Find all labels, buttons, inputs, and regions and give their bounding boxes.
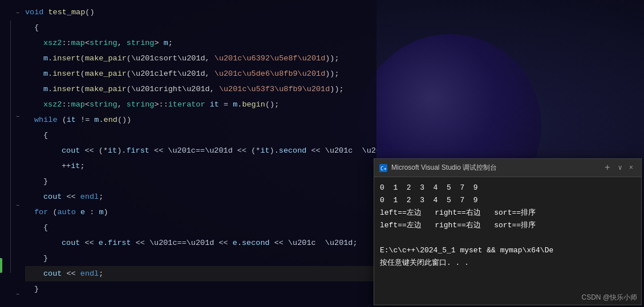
gutter-line-10	[0, 139, 23, 154]
terminal-output-line-3: left==左边 right==右边 sort==排序	[380, 207, 635, 219]
svg-text:C+: C+	[380, 166, 387, 171]
gutter-line-3	[0, 35, 23, 50]
code-line-2: {	[25, 20, 376, 35]
code-gutter: − − −	[0, 5, 23, 302]
code-line-12: }	[25, 174, 376, 189]
code-line-10: cout << (*it).first << \u201c==\u201d <<…	[25, 143, 376, 158]
terminal-output-line-6: E:\c\c++\2024_5_1 myset && mymap\x64\De	[380, 244, 635, 257]
gutter-line-5	[0, 65, 23, 80]
terminal-output-line-4: left==左边 right==右边 sort==排序	[380, 219, 635, 232]
code-line-3: xsz2::map<string, string> m;	[25, 35, 376, 51]
gutter-line-19	[0, 273, 23, 288]
terminal-app-icon: C+	[379, 163, 388, 173]
gutter-line-11	[0, 154, 23, 169]
terminal-output-line-5	[380, 232, 635, 244]
code-line-14: for (auto e : m)	[25, 204, 376, 220]
terminal-menu-button[interactable]: ∨	[615, 162, 626, 173]
func-test-map: test_map	[48, 5, 86, 20]
gutter-line-7	[0, 95, 23, 109]
gutter-line-1: −	[0, 6, 23, 21]
keyword-void: void	[25, 5, 43, 20]
terminal-new-tab-button[interactable]: +	[600, 162, 615, 174]
collapse-btn-1[interactable]: −	[15, 10, 21, 16]
code-line-13: cout << endl;	[25, 189, 376, 204]
code-line-16: cout << e.first << \u201c==\u201d << e.s…	[25, 235, 376, 251]
gutter-line-12	[0, 169, 23, 184]
terminal-output-line-7: 按任意键关闭此窗口. . .	[380, 257, 635, 269]
collapse-btn-14[interactable]: −	[15, 203, 21, 209]
gutter-line-2	[0, 21, 23, 35]
gutter-line-14: −	[0, 199, 23, 214]
collapse-btn-20[interactable]: −	[15, 292, 21, 298]
terminal-close-button[interactable]: ×	[626, 163, 637, 173]
code-line-7: xsz2::map<string, string>::iterator it =…	[25, 97, 376, 112]
code-line-19: }	[25, 281, 376, 297]
gutter-line-13	[0, 184, 23, 199]
gutter-line-9	[0, 124, 23, 139]
code-content: void test_map() { xsz2::map<string, stri…	[23, 5, 376, 302]
code-line-18: cout << endl;	[25, 266, 376, 281]
code-line-6: m.insert(make_pair(\u201cright\u201d, \u…	[25, 81, 376, 97]
gutter-line-8: −	[0, 109, 23, 124]
gutter-line-4	[0, 50, 23, 65]
code-line-4: m.insert(make_pair(\u201csort\u201d, \u2…	[25, 51, 376, 66]
terminal-output-line-1: 0 1 2 3 4 5 7 9	[380, 182, 635, 194]
terminal-title: Microsoft Visual Studio 调试控制台	[391, 163, 600, 173]
terminal-titlebar: C+ Microsoft Visual Studio 调试控制台 + ∨ ×	[374, 159, 641, 177]
gutter-line-20: −	[0, 288, 23, 302]
code-line-8: while (it != m.end())	[25, 112, 376, 128]
code-line-9: {	[25, 128, 376, 143]
gutter-line-6	[0, 80, 23, 95]
watermark: CSDN @快乐小师	[581, 293, 637, 302]
gutter-line-15	[0, 214, 23, 228]
terminal-window: C+ Microsoft Visual Studio 调试控制台 + ∨ × 0…	[374, 158, 642, 305]
terminal-output-line-2: 0 1 2 3 4 5 7 9	[380, 194, 635, 207]
gutter-line-17	[0, 243, 23, 258]
code-line-11: ++it;	[25, 158, 376, 174]
code-editor: − − −	[0, 0, 376, 307]
terminal-body: 0 1 2 3 4 5 7 9 0 1 2 3 4 5 7 9 left==左边…	[374, 177, 641, 274]
code-line-20	[25, 297, 376, 302]
gutter-line-16	[0, 228, 23, 243]
code-line-17: }	[25, 251, 376, 266]
code-line-1: void test_map()	[25, 5, 376, 20]
code-line-15: {	[25, 220, 376, 235]
code-area: − − −	[0, 0, 376, 307]
collapse-btn-8[interactable]: −	[15, 114, 21, 120]
gutter-line-18	[0, 258, 23, 273]
code-line-5: m.insert(make_pair(\u201cleft\u201d, \u2…	[25, 66, 376, 81]
